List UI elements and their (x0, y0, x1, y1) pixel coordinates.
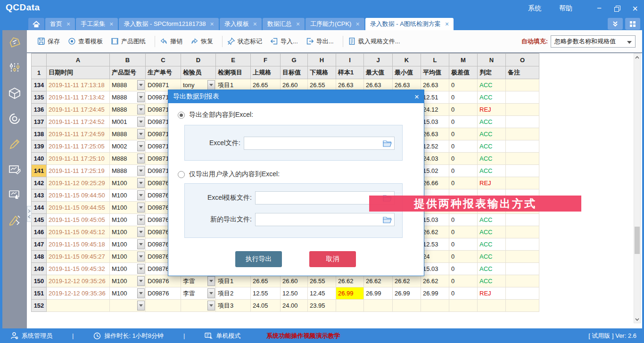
cell-dropdown-button[interactable] (137, 190, 145, 200)
cell-m-138[interactable]: 0 (449, 128, 478, 140)
row-number-134[interactable]: 134 (32, 79, 47, 91)
product-drawing-button[interactable]: 产品图纸 (111, 37, 146, 46)
tab-list-button[interactable] (625, 18, 640, 30)
cell-l-135[interactable]: 12.51 (421, 91, 449, 104)
column-header-D[interactable]: D (181, 54, 216, 66)
cell-dropdown-button[interactable] (137, 215, 145, 225)
cell-a-144[interactable]: 2019-11-15 09:44:55 (47, 202, 110, 214)
cell-a-139[interactable]: 2019-11-11 17:25:05 (47, 140, 110, 153)
undo-button[interactable]: 撤销 (160, 37, 182, 46)
row-number-150[interactable]: 150 (32, 275, 47, 287)
cell-a-138[interactable]: 2019-11-11 17:24:59 (47, 128, 110, 140)
row-number-137[interactable]: 137 (32, 116, 47, 128)
cell-j-152[interactable] (364, 300, 393, 312)
cell-jd-150[interactable]: ACC (478, 275, 506, 287)
cell-dropdown-button[interactable] (137, 301, 145, 310)
column-header-E[interactable]: E (216, 54, 251, 66)
column-header-A[interactable]: A (47, 54, 110, 66)
browse-excel-file-button[interactable] (383, 140, 392, 147)
row-number-136[interactable]: 136 (32, 104, 47, 116)
sidebar-item-manual-screen[interactable] (8, 188, 21, 201)
cell-k-150[interactable]: 26.62 (393, 275, 421, 287)
cell-h-150[interactable]: 26.55 (308, 275, 336, 287)
row-number-141[interactable]: 141 (32, 165, 47, 177)
cell-m-145[interactable]: 0 (449, 214, 478, 226)
radio-export-all[interactable]: 导出全部内容到Excel: (178, 111, 253, 119)
cell-dropdown-button[interactable] (137, 154, 145, 163)
cell-a-134[interactable]: 2019-11-11 17:13:18 (47, 79, 110, 91)
minimize-button[interactable]: − (590, 0, 608, 17)
cell-b-138[interactable]: M888 (110, 128, 146, 140)
column-header-L[interactable]: L (421, 54, 449, 66)
cell-h-151[interactable]: 12.45 (308, 287, 336, 300)
cell-l-149[interactable]: 15.03 (421, 263, 449, 275)
tutorial-link[interactable]: 系统功能操作视频演示教学 (266, 332, 340, 340)
cell-dropdown-button[interactable] (137, 129, 145, 139)
cell-o-148[interactable] (506, 251, 539, 263)
menu-system[interactable]: 系统 (528, 4, 541, 13)
cell-m-150[interactable]: 0 (449, 275, 478, 287)
cell-j-151[interactable]: 26.99 (364, 287, 393, 300)
cell-jd-137[interactable]: ACC (478, 116, 506, 128)
dialog-close-button[interactable]: × (414, 93, 419, 101)
cell-jd-152[interactable] (478, 300, 506, 312)
cell-dropdown-button[interactable] (207, 80, 215, 90)
cell-a-150[interactable]: 2019-12-12 09:35:26 (47, 275, 110, 287)
tab-close-icon[interactable]: × (355, 21, 359, 27)
cell-dropdown-button[interactable] (137, 252, 145, 261)
cell-o-146[interactable] (506, 226, 539, 238)
cell-a-147[interactable]: 2019-11-15 09:45:18 (47, 238, 110, 251)
row-number-143[interactable]: 143 (32, 189, 47, 202)
sidebar-item-parameters[interactable] (8, 61, 21, 74)
cell-g-151[interactable]: 12.50 (281, 287, 308, 300)
cell-dropdown-button[interactable] (137, 227, 145, 237)
cell-b-137[interactable]: M001 (110, 116, 146, 128)
cell-jd-141[interactable]: ACC (478, 165, 506, 177)
row-number-144[interactable]: 144 (32, 202, 47, 214)
cell-dropdown-button[interactable] (207, 276, 215, 286)
row-number-146[interactable]: 146 (32, 226, 47, 238)
cell-b-149[interactable]: M100 (110, 263, 146, 275)
cell-b-146[interactable]: M100 (110, 226, 146, 238)
tab-scroll-button[interactable] (608, 18, 623, 30)
column-header-J[interactable]: J (364, 54, 393, 66)
cell-l-139[interactable]: 12.52 (421, 140, 449, 153)
cell-b-143[interactable]: M100 (110, 189, 146, 202)
close-button[interactable]: × (626, 0, 644, 17)
row-number-149[interactable]: 149 (32, 263, 47, 275)
tab-4[interactable]: 数据汇总× (263, 18, 305, 30)
row-header-1[interactable]: 1 (32, 66, 47, 79)
load-spec-file-button[interactable]: 载入规格文件... (348, 37, 400, 46)
cell-dropdown-button[interactable] (137, 105, 145, 114)
row-number-148[interactable]: 148 (32, 251, 47, 263)
cell-l-145[interactable]: 15.03 (421, 214, 449, 226)
column-header-I[interactable]: I (336, 54, 364, 66)
menu-help[interactable]: 帮助 (559, 4, 572, 13)
cell-m-134[interactable]: 0 (449, 79, 478, 91)
cell-jd-142[interactable]: REJ (478, 177, 506, 189)
column-header-H[interactable]: H (308, 54, 336, 66)
cell-b-145[interactable]: M100 (110, 214, 146, 226)
sidebar-item-chart-edit[interactable] (8, 163, 21, 176)
cell-l-152[interactable] (421, 300, 449, 312)
import-button[interactable]: 导入... (270, 37, 298, 46)
cell-dropdown-button[interactable] (207, 301, 215, 310)
cell-a-135[interactable]: 2019-11-11 17:13:42 (47, 91, 110, 104)
cell-dropdown-button[interactable] (137, 80, 145, 90)
cell-h-152[interactable]: 23.95 (308, 300, 336, 312)
cell-o-149[interactable] (506, 263, 539, 275)
sidebar-item-tools[interactable] (8, 214, 21, 227)
cell-b-139[interactable]: M002 (110, 140, 146, 153)
cell-b-150[interactable]: M100 (110, 275, 146, 287)
cell-l-136[interactable]: 24.12 (421, 104, 449, 116)
cell-l-141[interactable]: 15.02 (421, 165, 449, 177)
cell-o-140[interactable] (506, 153, 539, 165)
tab-close-icon[interactable]: × (445, 21, 449, 27)
cell-o-137[interactable] (506, 116, 539, 128)
cell-d-150[interactable]: 李雷 (181, 275, 216, 287)
cell-e-150[interactable]: 项目1 (216, 275, 251, 287)
cell-jd-146[interactable]: ACC (478, 226, 506, 238)
radio-export-user[interactable]: 仅导出用户录入的内容到Excel: (178, 170, 280, 179)
cell-i-152[interactable] (336, 300, 364, 312)
column-header-B[interactable]: B (110, 54, 146, 66)
